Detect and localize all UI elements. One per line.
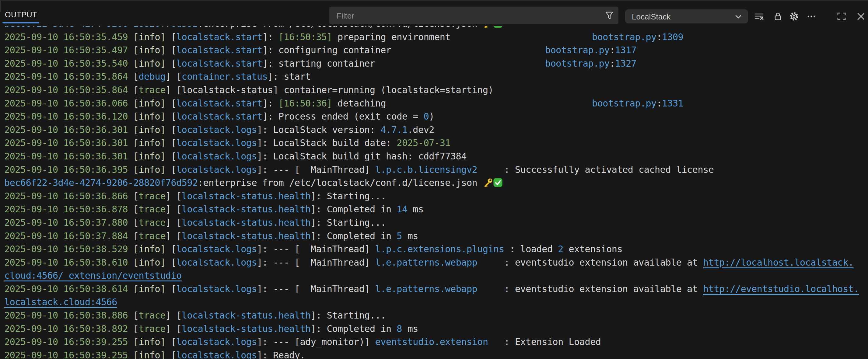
log-line: cloud:4566/_extension/eventstudio — [4, 269, 868, 282]
log-line: 2025-09-10 16:50:36.301 [info] [localsta… — [4, 136, 868, 150]
chevron-down-icon — [734, 12, 743, 21]
url-link[interactable]: http://eventstudio.localhost. — [703, 284, 859, 294]
log-line: 2025-09-10 16:50:36.301 [info] [localsta… — [4, 150, 868, 163]
gear-settings-icon[interactable] — [789, 11, 799, 21]
output-channel-value: LocalStack — [632, 12, 671, 22]
log-line: 2025-09-10 16:50:39.255 [info] [localsta… — [4, 349, 868, 359]
tab-active-underline — [2, 22, 39, 24]
filter-input[interactable] — [336, 7, 599, 25]
check-emoji-icon — [493, 178, 503, 188]
key-emoji-icon — [483, 178, 493, 188]
log-line: 2025-09-10 16:50:38.892 [trace] [localst… — [4, 322, 868, 335]
output-log: bec66f22-3d4e-4274-9206-28820f76d592:ent… — [0, 26, 868, 359]
log-line: 2025-09-10 16:50:35.540 [info] [localsta… — [4, 57, 868, 70]
source-location-link[interactable]: bootstrap.py:1309 — [592, 30, 683, 44]
output-log-viewport[interactable]: bec66f22-3d4e-4274-9206-28820f76d592:ent… — [0, 26, 868, 359]
filter-box — [329, 7, 618, 24]
tab-output-label: OUTPUT — [5, 10, 37, 19]
source-location-link[interactable]: bootstrap.py:1317 — [545, 43, 637, 57]
output-channel-select[interactable]: LocalStack — [625, 9, 748, 24]
url-link[interactable]: http://localhost.localstack. — [703, 257, 854, 268]
url-link[interactable]: localstack.cloud:4566 — [4, 297, 117, 307]
log-line: 2025-09-10 16:50:36.878 [trace] [localst… — [4, 203, 868, 216]
log-line: 2025-09-10 16:50:35.497 [info] [localsta… — [4, 43, 868, 57]
log-line: 2025-09-10 16:50:36.120 [info] [localsta… — [4, 110, 868, 123]
log-line: 2025-09-10 16:50:35.864 [debug] [contain… — [4, 70, 868, 84]
log-line: 2025-09-10 16:50:39.255 [info] [localsta… — [4, 335, 868, 349]
source-location-link[interactable]: bootstrap.py:1327 — [545, 57, 637, 70]
log-line: 2025-09-10 16:50:38.614 [info] [localsta… — [4, 282, 868, 296]
log-line: 2025-09-10 16:50:35.864 [trace] [localst… — [4, 84, 868, 97]
log-line: 2025-09-10 16:50:36.301 [info] [localsta… — [4, 123, 868, 137]
url-link[interactable]: cloud:4566/_extension/eventstudio — [4, 270, 182, 281]
maximize-panel-icon[interactable] — [837, 11, 846, 21]
close-panel-icon[interactable] — [856, 11, 866, 21]
lock-auto-scroll-icon[interactable] — [773, 11, 783, 21]
log-line: localstack.cloud:4566 — [4, 295, 868, 309]
log-line: bec66f22-3d4e-4274-9206-28820f76d592:ent… — [4, 26, 868, 30]
source-location-link[interactable]: bootstrap.py:1331 — [592, 97, 683, 110]
log-line: 2025-09-10 16:50:38.886 [trace] [localst… — [4, 309, 868, 322]
filter-funnel-icon[interactable] — [604, 11, 614, 21]
log-line: 2025-09-10 16:50:37.880 [trace] [localst… — [4, 216, 868, 229]
log-line: 2025-09-10 16:50:38.529 [info] [localsta… — [4, 242, 868, 256]
log-line: 2025-09-10 16:50:35.459 [info] [localsta… — [4, 30, 868, 44]
more-actions-icon[interactable] — [807, 11, 816, 21]
log-line: 2025-09-10 16:50:36.866 [trace] [localst… — [4, 190, 868, 203]
log-line: 2025-09-10 16:50:36.395 [info] [localsta… — [4, 163, 868, 176]
log-line: 2025-09-10 16:50:37.884 [trace] [localst… — [4, 229, 868, 243]
clear-output-icon[interactable] — [754, 11, 764, 21]
panel-titlebar: OUTPUT LocalStack — [0, 0, 868, 26]
toolbar-separator — [0, 1, 1, 12]
log-line: 2025-09-10 16:50:36.066 [info] [localsta… — [4, 97, 868, 110]
log-line: bec66f22-3d4e-4274-9206-28820f76d592:ent… — [4, 176, 868, 190]
log-line: 2025-09-10 16:50:38.610 [info] [localsta… — [4, 256, 868, 269]
